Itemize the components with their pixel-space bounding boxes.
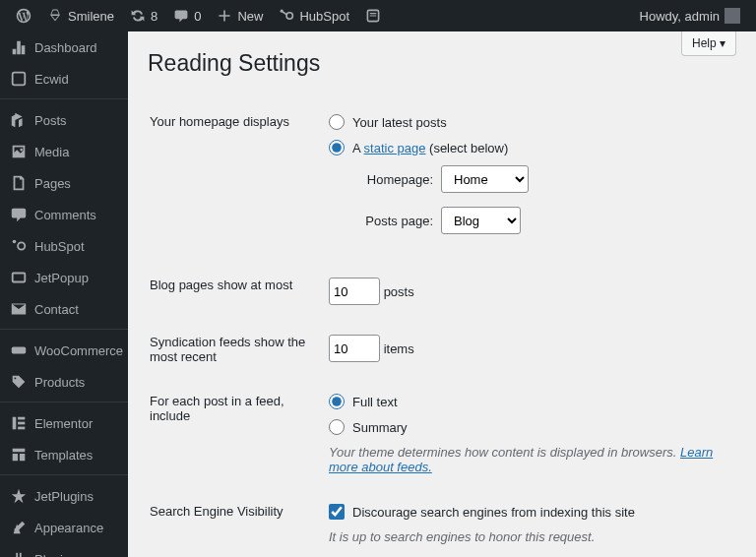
svg-rect-7 (13, 274, 26, 282)
svg-rect-9 (13, 417, 17, 430)
row-label-feed: For each post in a feed, include (150, 380, 327, 488)
sidebar-item-woocommerce[interactable]: WooCommerce (0, 335, 128, 366)
sidebar-item-hubspot[interactable]: HubSpot (0, 230, 128, 262)
updates[interactable]: 8 (122, 0, 165, 31)
comments-count[interactable]: 0 (165, 0, 209, 31)
svg-point-5 (18, 242, 25, 249)
page-title: Reading Settings (148, 50, 736, 77)
admin-bar: Smilene 8 0 New HubSpot Howdy, admin (0, 0, 756, 31)
row-label-blogpages: Blog pages show at most (150, 264, 327, 319)
svg-point-6 (13, 240, 17, 244)
sidebar-item-appearance[interactable]: Appearance (0, 512, 128, 543)
row-label-homepage: Your homepage displays (150, 100, 327, 262)
sidebar-item-templates[interactable]: Templates (0, 439, 128, 470)
hubspot-menu[interactable]: HubSpot (271, 0, 357, 31)
svg-rect-8 (12, 346, 26, 353)
new-content[interactable]: New (209, 0, 271, 31)
svg-point-0 (286, 13, 292, 19)
svg-rect-12 (18, 427, 25, 430)
svg-rect-10 (18, 417, 25, 420)
static-page-link[interactable]: static page (364, 141, 426, 155)
sidebar-item-jetplugins[interactable]: JetPlugins (0, 480, 128, 512)
sidebar-item-jetpopup[interactable]: JetPopup (0, 262, 128, 293)
sidebar-item-comments[interactable]: Comments (0, 199, 128, 230)
feed-description: Your theme determines how content is dis… (329, 445, 724, 474)
admin-sidebar: DashboardEcwidPostsMediaPagesCommentsHub… (0, 31, 128, 557)
visibility-checkbox[interactable] (329, 504, 345, 520)
radio-summary[interactable] (329, 419, 345, 435)
row-label-visibility: Search Engine Visibility (150, 490, 327, 557)
radio-static-page[interactable] (329, 140, 345, 155)
help-button[interactable]: Help ▾ (681, 31, 736, 56)
site-name[interactable]: Smilene (39, 0, 122, 31)
sidebar-item-plugins[interactable]: Plugins (0, 543, 128, 557)
sidebar-item-dashboard[interactable]: Dashboard (0, 31, 128, 63)
sidebar-item-contact[interactable]: Contact (0, 293, 128, 325)
sidebar-item-ecwid[interactable]: Ecwid (0, 63, 128, 94)
ecwid-menu[interactable] (357, 0, 389, 31)
sidebar-item-media[interactable]: Media (0, 136, 128, 167)
blogpages-input[interactable] (329, 278, 380, 305)
radio-full-text[interactable] (329, 394, 345, 409)
svg-rect-4 (13, 73, 26, 86)
sidebar-item-posts[interactable]: Posts (0, 104, 128, 136)
postspage-select[interactable]: Blog (441, 207, 521, 234)
homepage-select[interactable]: Home (441, 165, 529, 193)
sidebar-item-elementor[interactable]: Elementor (0, 407, 128, 439)
row-label-syndication: Syndication feeds show the most recent (150, 321, 327, 378)
radio-latest-posts[interactable] (329, 114, 345, 130)
syndication-input[interactable] (329, 335, 380, 362)
visibility-description: It is up to search engines to honor this… (329, 529, 724, 544)
avatar-icon (724, 8, 740, 24)
content-area: Help ▾ Reading Settings Your homepage di… (128, 31, 756, 557)
sidebar-item-products[interactable]: Products (0, 366, 128, 398)
sidebar-item-pages[interactable]: Pages (0, 167, 128, 199)
wp-logo[interactable] (8, 0, 39, 31)
svg-rect-11 (18, 422, 25, 425)
account[interactable]: Howdy, admin (632, 0, 748, 31)
